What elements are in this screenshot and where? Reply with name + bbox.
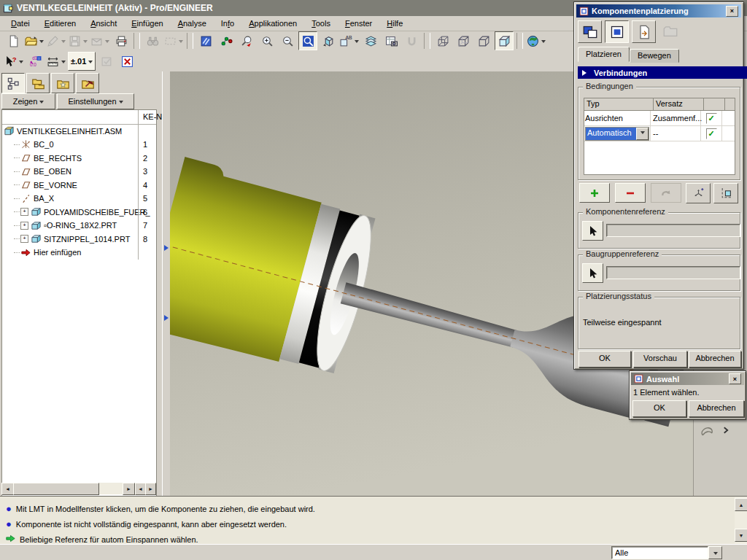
scroll-up-button[interactable]: ▲: [735, 498, 747, 511]
chevron-down-icon[interactable]: [88, 61, 93, 66]
menu-hilfe[interactable]: Hilfe: [380, 18, 409, 29]
tree-item-o-ring-18x2-prt[interactable]: +▫O-RING_18X2.PRT7: [2, 219, 156, 233]
tree-item-label[interactable]: ▫O-RING_18X2.PRT: [42, 221, 117, 230]
menu-einfgen[interactable]: Einfügen: [125, 18, 169, 29]
new-file-button[interactable]: [4, 31, 23, 50]
reorient-button[interactable]: [319, 31, 338, 50]
tree-item-label[interactable]: BC_0: [31, 140, 54, 149]
chevron-down-icon[interactable]: [636, 128, 649, 140]
constraint-offset-cell[interactable]: --: [651, 126, 701, 141]
main-window-button[interactable]: [605, 20, 629, 43]
chevron-down-icon[interactable]: [61, 61, 66, 66]
shaded-button[interactable]: [495, 31, 514, 50]
tab-connections[interactable]: [76, 73, 99, 93]
chevron-down-icon[interactable]: [541, 40, 546, 45]
column-scroll-left-button[interactable]: ◄: [135, 483, 146, 495]
assembly-reference-field[interactable]: [606, 266, 740, 279]
zoom-out-button[interactable]: [278, 31, 297, 50]
tab-platzieren[interactable]: Platzieren: [578, 47, 630, 62]
refit-button[interactable]: [298, 31, 317, 50]
constraint-type-cell[interactable]: Automatisch: [584, 126, 651, 141]
component-reference-field[interactable]: [606, 224, 740, 237]
tree-item-label[interactable]: BE_RECHTS: [31, 154, 82, 163]
layers-button[interactable]: [361, 31, 380, 50]
close-icon[interactable]: ×: [726, 6, 738, 17]
surface-handle-icon[interactable]: [697, 423, 716, 439]
select-assembly-ref-button[interactable]: [582, 263, 603, 283]
saved-views-button[interactable]: AB: [339, 31, 360, 50]
constraint-offset-cell[interactable]: Zusammenf...: [651, 111, 701, 126]
expand-icon[interactable]: +: [20, 208, 28, 216]
tree-item-hier-einf-gen[interactable]: Hier einfügen: [2, 246, 156, 260]
close-window-button[interactable]: [117, 52, 136, 71]
expand-icon[interactable]: +: [20, 235, 28, 243]
edit-definition-button[interactable]: [632, 20, 656, 43]
tree-item-be-oben[interactable]: BE_OBEN3: [2, 165, 156, 179]
repaint-button[interactable]: [196, 31, 215, 50]
menu-fenster[interactable]: Fenster: [338, 18, 379, 29]
tree-item-be-rechts[interactable]: BE_RECHTS2: [2, 152, 156, 166]
menu-ansicht[interactable]: Ansicht: [84, 18, 123, 29]
selection-ok-button[interactable]: OK: [632, 400, 686, 417]
tree-item-bc-0[interactable]: BC_01: [2, 138, 156, 152]
close-icon[interactable]: ×: [729, 373, 741, 384]
add-constraint-button[interactable]: [579, 183, 610, 203]
select-help-button[interactable]: ?: [4, 52, 24, 71]
connections-header[interactable]: Verbindungen: [578, 66, 747, 79]
constraint-row[interactable]: Automatisch--✓: [584, 126, 735, 141]
filter-value[interactable]: Alle: [611, 546, 708, 559]
scroll-left-button[interactable]: ◄: [1, 483, 14, 495]
message-scrollbar[interactable]: ▲ ▼: [735, 496, 747, 545]
menu-datei[interactable]: Datei: [4, 18, 36, 29]
constraint-type-combo[interactable]: Automatisch: [585, 127, 649, 141]
fix-component-button[interactable]: [713, 183, 738, 203]
zoom-select-button[interactable]: [237, 31, 256, 50]
tree-item-label[interactable]: BA_X: [31, 194, 54, 203]
dimension-button[interactable]: d10.0i: [26, 52, 44, 71]
column-scroll-right-button[interactable]: ►: [145, 483, 156, 495]
tree-item-sitznippel-1014-prt[interactable]: +SITZNIPPEL_1014.PRT8: [2, 233, 156, 246]
no-hidden-button[interactable]: [474, 31, 493, 50]
scroll-right-button[interactable]: ►: [123, 483, 135, 495]
expand-icon[interactable]: +: [20, 222, 28, 230]
chevron-down-icon[interactable]: [708, 546, 722, 559]
tab-model-tree[interactable]: [1, 73, 25, 93]
ok-button[interactable]: OK: [578, 351, 631, 368]
regenerate-button[interactable]: [217, 31, 236, 50]
tree-item-label[interactable]: BE_OBEN: [31, 167, 71, 176]
remove-constraint-button[interactable]: [615, 183, 646, 203]
wireframe-button[interactable]: [433, 31, 452, 50]
open-button[interactable]: [24, 31, 44, 50]
menu-analyse[interactable]: Analyse: [171, 18, 213, 29]
show-menu-button[interactable]: Zeigen: [1, 93, 55, 109]
preview-button[interactable]: Vorschau: [633, 351, 687, 368]
tab-bewegen[interactable]: Bewegen: [630, 49, 679, 63]
view-manager-button[interactable]: [382, 31, 400, 50]
tree-item-label[interactable]: Hier einfügen: [31, 248, 81, 257]
chevron-down-icon[interactable]: [19, 61, 23, 66]
selection-cancel-button[interactable]: Abbrechen: [689, 400, 744, 417]
scroll-thumb[interactable]: [13, 483, 99, 495]
print-button[interactable]: [112, 31, 131, 50]
scroll-down-button[interactable]: ▼: [735, 529, 747, 542]
zoom-in-button[interactable]: [258, 31, 276, 50]
tree-item-ventilkegeleinheit-asm[interactable]: VENTILKEGELEINHEIT.ASM: [2, 125, 156, 139]
enabled-checkbox[interactable]: ✓: [706, 128, 717, 139]
tree-item-be-vorne[interactable]: BE_VORNE4: [2, 179, 156, 192]
tree-item-label[interactable]: BE_VORNE: [31, 181, 77, 190]
chevron-down-icon[interactable]: [39, 40, 44, 45]
settings-menu-button[interactable]: Einstellungen: [57, 93, 134, 109]
menu-editieren[interactable]: Editieren: [38, 18, 82, 29]
chevron-right-icon[interactable]: [721, 425, 730, 435]
combo-selected-value[interactable]: Automatisch: [586, 128, 636, 140]
enabled-checkbox[interactable]: ✓: [706, 113, 717, 124]
tree-item-ba-x[interactable]: BA_X5: [2, 192, 156, 206]
chevron-down-icon[interactable]: [355, 40, 359, 45]
default-constraint-button[interactable]: [686, 183, 711, 203]
chevron-down-icon[interactable]: [61, 40, 66, 45]
spin-center-button[interactable]: [526, 31, 546, 50]
tolerance-button[interactable]: ±.01: [68, 52, 96, 71]
menu-tools[interactable]: Tools: [305, 18, 337, 29]
tree-item-label[interactable]: VENTILKEGELEINHEIT.ASM: [15, 127, 122, 136]
measure-button[interactable]: [46, 52, 66, 71]
